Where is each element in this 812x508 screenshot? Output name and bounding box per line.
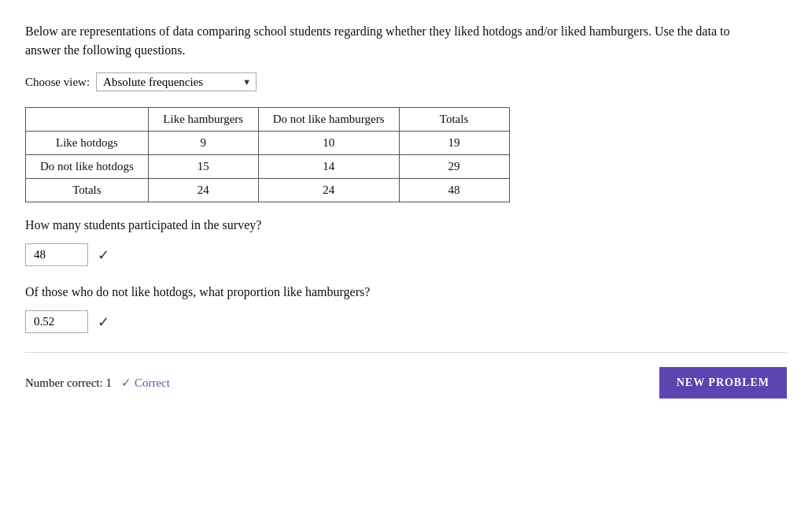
question2-input[interactable]	[25, 310, 88, 333]
view-select-wrapper[interactable]: Absolute frequencies Relative frequencie…	[96, 72, 257, 91]
table-header-row: Like hamburgers Do not like hamburgers T…	[26, 108, 510, 132]
bottom-bar: Number correct: 1 ✓ Correct NEW PROBLEM	[25, 352, 787, 399]
question2-text: Of those who do not like hotdogs, what p…	[25, 285, 733, 299]
table-cell-like-hotdogs-like-hamburgers: 9	[148, 132, 258, 155]
intro-text: Below are representations of data compar…	[25, 22, 733, 60]
table-row-do-not-like-hotdogs: Do not like hotdogs 15 14 29	[26, 155, 510, 179]
table-cell-totals-totals: 48	[399, 179, 509, 202]
choose-view-label: Choose view:	[25, 76, 90, 89]
table-cell-like-hotdogs-totals: 19	[399, 132, 509, 155]
question2-answer-row: ✓	[25, 310, 787, 333]
table-cell-do-not-like-hotdogs-totals: 29	[399, 155, 509, 179]
table-cell-totals-do-not-like-hamburgers: 24	[258, 179, 399, 202]
table-cell-do-not-like-hotdogs-like-hamburgers: 15	[148, 155, 258, 179]
table-row-label-like-hotdogs: Like hotdogs	[26, 132, 149, 155]
table-col-header-do-not-like-hamburgers: Do not like hamburgers	[258, 108, 399, 132]
correct-check-icon: ✓	[121, 376, 131, 390]
question1-check-icon: ✓	[98, 247, 109, 264]
table-col-header-like-hamburgers: Like hamburgers	[148, 108, 258, 132]
table-cell-like-hotdogs-do-not-like-hamburgers: 10	[258, 132, 399, 155]
view-select[interactable]: Absolute frequencies Relative frequencie…	[96, 72, 257, 91]
table-row-label-do-not-like-hotdogs: Do not like hotdogs	[26, 155, 149, 179]
table-row-totals: Totals 24 24 48	[26, 179, 510, 202]
table-cell-totals-like-hamburgers: 24	[148, 179, 258, 202]
question1-text: How many students participated in the su…	[25, 218, 733, 232]
correct-status: ✓ Correct	[121, 376, 170, 390]
table-row-label-totals: Totals	[26, 179, 149, 202]
table-header-empty	[26, 108, 149, 132]
data-table: Like hamburgers Do not like hamburgers T…	[25, 107, 510, 202]
table-row-like-hotdogs: Like hotdogs 9 10 19	[26, 132, 510, 155]
table-cell-do-not-like-hotdogs-do-not-like-hamburgers: 14	[258, 155, 399, 179]
choose-view-row: Choose view: Absolute frequencies Relati…	[25, 72, 787, 91]
new-problem-button[interactable]: NEW PROBLEM	[659, 367, 787, 399]
bottom-left: Number correct: 1 ✓ Correct	[25, 376, 170, 390]
correct-text: Correct	[135, 376, 170, 390]
question1-input[interactable]	[25, 243, 88, 266]
number-correct-label: Number correct: 1	[25, 376, 112, 390]
question2-check-icon: ✓	[98, 313, 109, 331]
table-col-header-totals: Totals	[399, 108, 509, 132]
question1-answer-row: ✓	[25, 243, 787, 266]
